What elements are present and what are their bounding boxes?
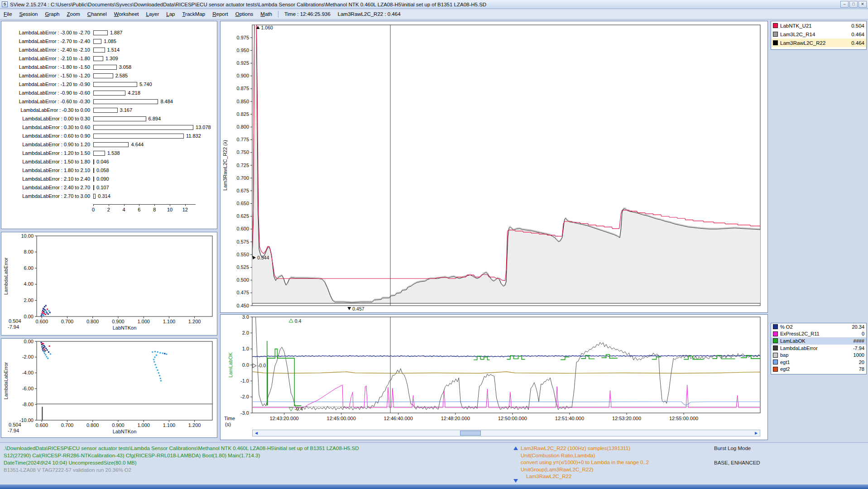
legend-row-lam3rawl2cr22[interactable]: Lam3RawL2C_R220.464 xyxy=(771,38,866,47)
histogram-bar-value: 5.740 xyxy=(139,82,152,87)
scatter-panel-negative-error: 0.00-2.00-4.00-6.00-8.00-10.000.6000.700… xyxy=(1,338,217,438)
histogram-bar-value: 4.218 xyxy=(128,90,140,96)
scatter-point xyxy=(43,345,45,346)
scatter-point xyxy=(49,312,51,313)
scatter-point xyxy=(48,310,49,312)
svg-text:0.00: 0.00 xyxy=(24,314,34,319)
svg-text:1.100: 1.100 xyxy=(163,319,176,324)
channel-name: LabNTK_U21 xyxy=(780,23,851,29)
legend-row-lam3l2cr14[interactable]: Lam3L2C_R140.464 xyxy=(771,30,866,38)
plot-area[interactable] xyxy=(37,341,212,420)
left-edge-marker-value: 0.544 xyxy=(257,255,269,260)
histogram-row: LambdaLabError : -2.70 to -2.401.085 xyxy=(1,37,217,46)
histogram-bin-label: LambdaLabError : 0.60 to 0.90 xyxy=(1,133,90,139)
svg-text:0.450: 0.450 xyxy=(236,303,249,308)
lower-time-series-chart[interactable]: 3.02.01.00.0-1.0-2.0-3.0LamLabOK12:43:20… xyxy=(221,315,767,429)
maximize-button[interactable]: □ xyxy=(849,1,858,8)
channel-value: 1000 xyxy=(854,352,864,358)
main-time-series-chart[interactable]: 0.4500.4750.5000.5250.5500.5750.6000.625… xyxy=(221,21,767,312)
scatter-plot-negative-error[interactable]: 0.00-2.00-4.00-6.00-8.00-10.000.6000.700… xyxy=(1,339,217,437)
histogram-bar-value: 0.046 xyxy=(96,159,109,164)
scatter-panel-positive-error: 10.008.006.004.002.000.000.6000.7000.800… xyxy=(1,232,217,336)
menu-layer[interactable]: Layer xyxy=(142,10,163,18)
histogram-row: LambdaLabError : -2.40 to -2.101.514 xyxy=(1,46,217,54)
legend-row-labntku21[interactable]: LabNTK_U210.504 xyxy=(771,21,866,30)
scatter-point xyxy=(157,351,158,353)
menu-file[interactable]: File xyxy=(0,10,16,18)
scatter-plot-positive-error[interactable]: 10.008.006.004.002.000.000.6000.7000.800… xyxy=(1,232,217,335)
histogram-bar xyxy=(93,194,96,199)
legend-row-lambdalaberror[interactable]: LambdaLabError-7.94 xyxy=(771,345,866,352)
menu-separator xyxy=(278,11,278,18)
plot-area[interactable] xyxy=(37,236,212,316)
histogram-x-tick-mark xyxy=(154,204,155,206)
window-controls: –□✕ xyxy=(840,1,867,8)
y-axis-label: LambdaLabError xyxy=(3,257,9,295)
scroll-left-icon[interactable]: ◀ xyxy=(253,430,259,436)
scatter-point xyxy=(46,356,47,357)
menu-graph[interactable]: Graph xyxy=(41,10,63,18)
menu-trackmap[interactable]: TrackMap xyxy=(178,10,209,18)
channel-value: 0.464 xyxy=(851,32,864,37)
histogram-row: LambdaLabError : -1.50 to -1.202.585 xyxy=(1,72,217,80)
legend-row-expressl2cr11[interactable]: ExPressL2C_R110 xyxy=(771,331,866,338)
histogram-x-tick-mark xyxy=(109,204,109,206)
app-icon: S xyxy=(2,1,8,7)
legend-row-bap[interactable]: bap1000 xyxy=(771,351,866,359)
menu-math[interactable]: Math xyxy=(257,10,276,18)
scatter-point xyxy=(159,375,160,376)
histogram-bin-label: LambdaLabError : 0.30 to 0.60 xyxy=(1,125,90,130)
histogram-bin-label: LambdaLabError : -1.50 to -1.20 xyxy=(1,73,90,78)
scatter-point xyxy=(47,350,48,351)
svg-text:2.00: 2.00 xyxy=(24,297,34,303)
minimize-button[interactable]: – xyxy=(840,1,849,8)
svg-text:-10.00: -10.00 xyxy=(19,417,34,423)
scatter-point xyxy=(41,315,42,316)
histogram-bar xyxy=(93,99,158,104)
histogram-bar xyxy=(93,39,101,44)
max-marker-value: 1.060 xyxy=(261,25,273,30)
svg-text:0.650: 0.650 xyxy=(236,201,249,206)
menu-session[interactable]: Session xyxy=(16,10,42,18)
menu-worksheet[interactable]: Worksheet xyxy=(110,10,143,18)
legend-row-egt1[interactable]: egt120 xyxy=(771,359,866,366)
histogram-bar xyxy=(93,91,125,96)
scatter-point xyxy=(41,346,43,348)
scrollbar-thumb[interactable] xyxy=(460,431,481,436)
svg-text:0.800: 0.800 xyxy=(86,319,99,324)
menu-options[interactable]: Options xyxy=(232,10,257,18)
y-axis-label: LamLabOK xyxy=(228,352,233,378)
legend-row-lamlabok[interactable]: LamLabOK#### xyxy=(771,337,866,345)
svg-text:0.625: 0.625 xyxy=(236,213,249,219)
x-tick-label: 12:53:20.000 xyxy=(612,416,641,421)
histogram-bar-value: 13.078 xyxy=(196,125,211,130)
svg-text:0.0: 0.0 xyxy=(242,362,249,368)
channel-color-swatch xyxy=(773,338,778,343)
menu-lap[interactable]: Lap xyxy=(163,10,178,18)
histogram-row: LambdaLabError : 2.40 to 2.700.107 xyxy=(1,183,217,192)
cursor-y-value: -7.94 xyxy=(8,324,19,330)
scatter-point xyxy=(43,351,44,352)
histogram-row: LambdaLabError : -1.80 to -1.503.058 xyxy=(1,63,217,72)
time-scrollbar[interactable]: ◀ ▶ xyxy=(252,430,760,436)
histogram-row: LambdaLabError : 0.90 to 1.204.644 xyxy=(1,140,217,149)
scroll-up-icon[interactable] xyxy=(513,446,518,450)
scroll-right-icon[interactable]: ▶ xyxy=(753,430,759,436)
close-button[interactable]: ✕ xyxy=(858,1,867,8)
svg-text:0.950: 0.950 xyxy=(236,48,249,53)
svg-text:0.00: 0.00 xyxy=(24,339,34,344)
legend-row-o2[interactable]: % O220.34 xyxy=(771,323,866,331)
menu-channel[interactable]: Channel xyxy=(84,10,110,18)
plot-area[interactable] xyxy=(252,317,760,413)
scatter-point xyxy=(46,311,47,312)
svg-text:2.0: 2.0 xyxy=(242,330,249,336)
statusbar: Burst Log Mode BASE, ENHANCED .\Download… xyxy=(0,442,868,484)
scroll-down-icon[interactable] xyxy=(513,479,518,483)
legend-row-egt2[interactable]: egt278 xyxy=(771,366,866,373)
scatter-point xyxy=(43,312,44,314)
scatter-point xyxy=(43,347,44,348)
svg-text:0.775: 0.775 xyxy=(236,137,249,142)
menu-zoom[interactable]: Zoom xyxy=(63,10,83,18)
menu-report[interactable]: Report xyxy=(209,10,232,18)
svg-text:0.900: 0.900 xyxy=(236,73,249,78)
